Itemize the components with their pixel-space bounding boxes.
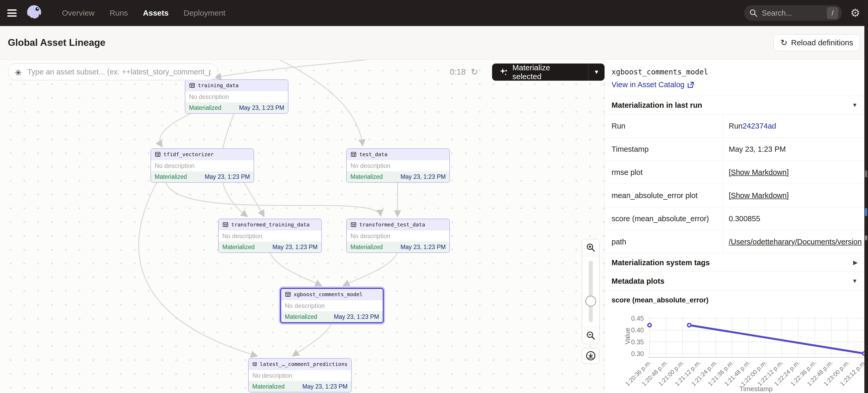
asset-node-description: No description — [185, 91, 288, 102]
table-icon — [350, 151, 357, 158]
asset-name-title: xgboost_comments_model — [612, 68, 858, 76]
asset-node-name: transformed_test_data — [359, 222, 425, 228]
chevron-down-icon: ▼ — [852, 278, 858, 285]
metadata-key: mean_absolute_error plot — [605, 184, 723, 207]
asset-node-timestamp: May 23, 1:23 PM — [302, 383, 347, 390]
chevron-right-icon: ▶ — [853, 259, 858, 266]
asset-node-description: No description — [249, 370, 351, 381]
zoom-in-button[interactable] — [582, 239, 599, 256]
status-badge: Materialized — [350, 173, 383, 181]
nav-item-assets[interactable]: Assets — [143, 9, 168, 18]
table-icon — [285, 291, 291, 297]
zoom-in-icon — [586, 243, 595, 252]
metadata-key: score (mean_absolute_error) — [605, 207, 723, 230]
asset-node-name: transformed_training_data — [231, 222, 310, 228]
asset-node-transformed_test_data[interactable]: transformed_test_dataNo descriptionMater… — [346, 219, 450, 253]
zoom-slider-track[interactable] — [589, 261, 593, 322]
table-icon — [155, 151, 161, 158]
metadata-row: path/Users/odetteharary/Documents/versio… — [605, 230, 864, 254]
asset-node-tfidf_vectorizer[interactable]: tfidf_vectorizerNo descriptionMaterializ… — [151, 149, 254, 183]
metadata-value: [Show Markdown] — [723, 184, 864, 207]
refresh-icon: ↻ — [780, 38, 787, 47]
metadata-value-link[interactable]: /Users/odetteharary/Documents/version — [729, 238, 862, 246]
zoom-controls — [582, 239, 599, 344]
metadata-key: Run — [605, 114, 723, 137]
asset-lineage-graph[interactable]: ✳ 0:18 ↻ Materialize selected ▼ — [0, 60, 604, 393]
metadata-row: TimestampMay 23, 1:23 PM — [605, 138, 864, 161]
asset-node-description: No description — [151, 160, 254, 171]
asset-node-timestamp: May 23, 1:23 PM — [334, 314, 379, 320]
nav-items: OverviewRunsAssetsDeployment — [62, 9, 225, 18]
reload-definitions-button[interactable]: ↻ Reload definitions — [774, 34, 860, 51]
materialize-dropdown-button[interactable]: ▼ — [588, 64, 604, 81]
section-materialization-last-run[interactable]: Materialization in last run ▼ — [605, 96, 864, 114]
asset-node-timestamp: May 23, 1:23 PM — [205, 173, 250, 181]
metadata-value-text: Run — [729, 122, 743, 130]
dagster-logo-icon[interactable] — [26, 4, 43, 22]
asset-node-latest__comment_predictions[interactable]: latest_…_comment_predictionsNo descripti… — [248, 358, 352, 392]
metadata-value-link[interactable]: [Show Markdown] — [729, 168, 789, 177]
svg-text:0.45: 0.45 — [631, 315, 644, 322]
nav-item-overview[interactable]: Overview — [62, 9, 94, 18]
asset-node-test_data[interactable]: test_dataNo descriptionMaterializedMay 2… — [346, 149, 450, 183]
table-icon — [350, 222, 357, 228]
table-icon — [222, 222, 228, 228]
metadata-key: rmse plot — [605, 161, 723, 184]
metadata-row: rmse plot[Show Markdown] — [605, 161, 864, 184]
section-system-tags[interactable]: Materialization system tags ▶ — [605, 254, 864, 272]
metadata-row: RunRun 242374ad — [605, 114, 864, 138]
svg-text:0.35: 0.35 — [631, 338, 644, 346]
asset-node-description: No description — [281, 300, 383, 311]
metadata-value-text: 0.300855 — [729, 215, 760, 223]
status-badge: Materialized — [222, 243, 255, 251]
status-badge: Materialized — [155, 173, 187, 181]
metadata-value: /Users/odetteharary/Documents/version — [723, 230, 864, 253]
dagster-app: OverviewRunsAssetsDeployment Search... /… — [0, 0, 868, 393]
metadata-value-link[interactable]: [Show Markdown] — [729, 191, 789, 200]
nav-item-deployment[interactable]: Deployment — [184, 9, 225, 18]
asset-node-name: latest_…_comment_predictions — [260, 361, 347, 367]
zoom-slider-handle[interactable] — [585, 296, 596, 306]
search-shortcut-badge: / — [827, 7, 838, 19]
asset-node-transformed_training_data[interactable]: transformed_training_dataNo descriptionM… — [218, 219, 322, 253]
metadata-plot-chart: 0.450.400.350.301:20:36 p.m.1:20:48 p.m.… — [605, 305, 864, 393]
asset-node-name: xgboost_comments_model — [294, 291, 363, 297]
svg-text:Value: Value — [623, 328, 631, 345]
nav-item-runs[interactable]: Runs — [110, 9, 128, 18]
materialization-metadata-table: RunRun 242374adTimestampMay 23, 1:23 PMr… — [605, 114, 864, 254]
view-in-asset-catalog-link[interactable]: View in Asset Catalog — [612, 80, 694, 89]
metadata-value: May 23, 1:23 PM — [723, 138, 864, 161]
refresh-timer: 0:18 — [450, 67, 465, 77]
materialize-selected-button[interactable]: Materialize selected ▼ — [492, 64, 604, 81]
asset-node-timestamp: May 23, 1:23 PM — [400, 173, 446, 181]
metadata-value: 0.300855 — [723, 207, 864, 230]
sparkle-icon — [499, 68, 508, 76]
metadata-key: path — [605, 230, 723, 253]
status-badge: Materialized — [252, 383, 285, 390]
top-nav: OverviewRunsAssetsDeployment Search... /… — [0, 0, 868, 26]
section-metadata-plots[interactable]: Metadata plots ▼ — [605, 272, 864, 290]
asset-subset-filter-input[interactable] — [8, 64, 218, 80]
asset-node-training_data[interactable]: training_dataNo descriptionMaterializedM… — [185, 79, 288, 114]
menu-icon[interactable] — [7, 9, 17, 17]
materialize-label: Materialize selected — [513, 63, 581, 81]
asset-node-description: No description — [347, 160, 450, 171]
asset-node-xgboost_comments_model[interactable]: xgboost_comments_modelNo descriptionMate… — [280, 288, 384, 323]
asset-node-timestamp: May 23, 1:23 PM — [400, 243, 446, 251]
search-icon — [749, 9, 757, 17]
download-graph-button[interactable] — [582, 348, 599, 364]
zoom-out-button[interactable] — [582, 327, 599, 344]
download-icon — [586, 351, 596, 361]
graph-refresh-icon[interactable]: ↻ — [471, 67, 478, 77]
metadata-value: [Show Markdown] — [723, 161, 864, 184]
search-placeholder: Search... — [762, 9, 827, 18]
svg-text:0.40: 0.40 — [631, 326, 644, 334]
metadata-value-link[interactable]: 242374ad — [743, 122, 776, 130]
external-link-icon — [687, 81, 694, 89]
asset-node-name: test_data — [359, 151, 388, 158]
search-input[interactable]: Search... / — [744, 5, 842, 21]
table-icon — [189, 82, 195, 89]
svg-text:Timestamp: Timestamp — [739, 385, 773, 393]
gear-icon[interactable]: ⚙ — [850, 7, 860, 19]
chevron-down-icon: ▼ — [852, 102, 858, 108]
